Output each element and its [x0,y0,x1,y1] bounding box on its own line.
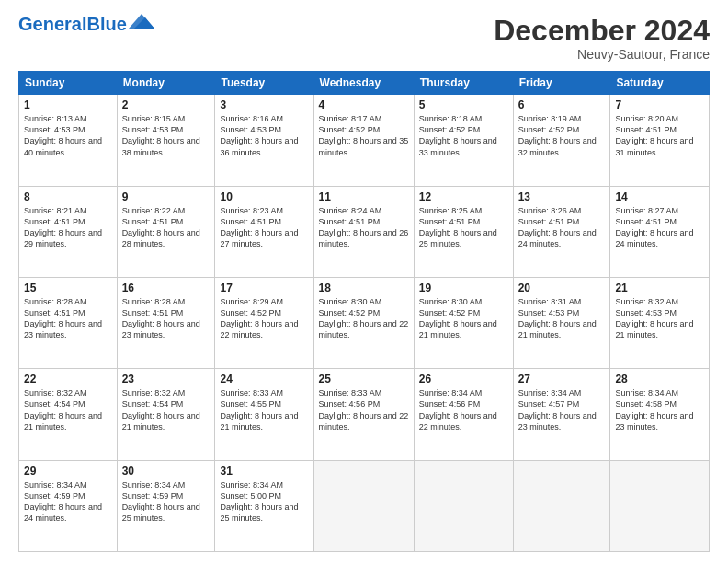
table-row: 10 Sunrise: 8:23 AMSunset: 4:51 PMDaylig… [215,186,313,277]
table-row: 15 Sunrise: 8:28 AMSunset: 4:51 PMDaylig… [19,277,118,368]
week-row: 22 Sunrise: 8:32 AMSunset: 4:54 PMDaylig… [19,369,710,460]
table-row: 19 Sunrise: 8:30 AMSunset: 4:52 PMDaylig… [414,277,513,368]
table-row: 27 Sunrise: 8:34 AMSunset: 4:57 PMDaylig… [513,369,610,460]
location: Neuvy-Sautour, France [494,47,710,62]
table-row-empty [414,460,513,551]
col-friday: Friday [513,72,610,95]
header: GeneralBlue December 2024 Neuvy-Sautour,… [18,15,710,62]
table-row: 2 Sunrise: 8:15 AMSunset: 4:53 PMDayligh… [117,95,215,186]
table-row-empty [610,460,710,551]
table-row: 13 Sunrise: 8:26 AMSunset: 4:51 PMDaylig… [513,186,610,277]
table-row: 14 Sunrise: 8:27 AMSunset: 4:51 PMDaylig… [610,186,710,277]
table-row: 1 Sunrise: 8:13 AMSunset: 4:53 PMDayligh… [19,95,118,186]
table-row: 11 Sunrise: 8:24 AMSunset: 4:51 PMDaylig… [313,186,414,277]
table-row: 25 Sunrise: 8:33 AMSunset: 4:56 PMDaylig… [313,369,414,460]
week-row: 1 Sunrise: 8:13 AMSunset: 4:53 PMDayligh… [19,95,710,186]
table-row: 8 Sunrise: 8:21 AMSunset: 4:51 PMDayligh… [19,186,118,277]
week-row: 15 Sunrise: 8:28 AMSunset: 4:51 PMDaylig… [19,277,710,368]
logo: GeneralBlue [18,15,154,33]
col-wednesday: Wednesday [313,72,414,95]
header-row: Sunday Monday Tuesday Wednesday Thursday… [19,72,710,95]
table-row: 17 Sunrise: 8:29 AMSunset: 4:52 PMDaylig… [215,277,313,368]
table-row: 31 Sunrise: 8:34 AMSunset: 5:00 PMDaylig… [215,460,313,551]
table-row: 29 Sunrise: 8:34 AMSunset: 4:59 PMDaylig… [19,460,118,551]
table-row: 26 Sunrise: 8:34 AMSunset: 4:56 PMDaylig… [414,369,513,460]
col-monday: Monday [117,72,215,95]
table-row: 3 Sunrise: 8:16 AMSunset: 4:53 PMDayligh… [215,95,313,186]
logo-text: GeneralBlue [18,15,127,33]
table-row: 18 Sunrise: 8:30 AMSunset: 4:52 PMDaylig… [313,277,414,368]
table-row: 9 Sunrise: 8:22 AMSunset: 4:51 PMDayligh… [117,186,215,277]
table-row: 16 Sunrise: 8:28 AMSunset: 4:51 PMDaylig… [117,277,215,368]
table-row: 30 Sunrise: 8:34 AMSunset: 4:59 PMDaylig… [117,460,215,551]
col-thursday: Thursday [414,72,513,95]
table-row: 23 Sunrise: 8:32 AMSunset: 4:54 PMDaylig… [117,369,215,460]
col-sunday: Sunday [19,72,118,95]
calendar-page: GeneralBlue December 2024 Neuvy-Sautour,… [0,0,728,563]
col-tuesday: Tuesday [215,72,313,95]
table-row: 6 Sunrise: 8:19 AMSunset: 4:52 PMDayligh… [513,95,610,186]
table-row: 4 Sunrise: 8:17 AMSunset: 4:52 PMDayligh… [313,95,414,186]
col-saturday: Saturday [610,72,710,95]
table-row: 28 Sunrise: 8:34 AMSunset: 4:58 PMDaylig… [610,369,710,460]
calendar-table: Sunday Monday Tuesday Wednesday Thursday… [18,71,710,552]
table-row: 12 Sunrise: 8:25 AMSunset: 4:51 PMDaylig… [414,186,513,277]
table-row: 7 Sunrise: 8:20 AMSunset: 4:51 PMDayligh… [610,95,710,186]
title-block: December 2024 Neuvy-Sautour, France [494,15,710,62]
week-row: 29 Sunrise: 8:34 AMSunset: 4:59 PMDaylig… [19,460,710,551]
logo-icon [129,12,154,32]
table-row-empty [513,460,610,551]
table-row: 21 Sunrise: 8:32 AMSunset: 4:53 PMDaylig… [610,277,710,368]
week-row: 8 Sunrise: 8:21 AMSunset: 4:51 PMDayligh… [19,186,710,277]
table-row-empty [313,460,414,551]
table-row: 5 Sunrise: 8:18 AMSunset: 4:52 PMDayligh… [414,95,513,186]
month-title: December 2024 [494,15,710,47]
table-row: 24 Sunrise: 8:33 AMSunset: 4:55 PMDaylig… [215,369,313,460]
table-row: 22 Sunrise: 8:32 AMSunset: 4:54 PMDaylig… [19,369,118,460]
table-row: 20 Sunrise: 8:31 AMSunset: 4:53 PMDaylig… [513,277,610,368]
